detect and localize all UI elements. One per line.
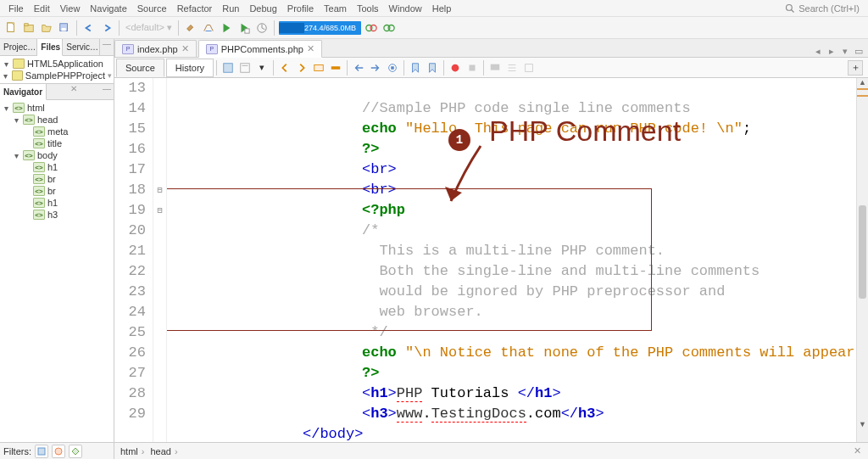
- shift-left-icon[interactable]: [351, 60, 366, 76]
- svg-point-12: [388, 25, 394, 31]
- editor-add-button[interactable]: ＋: [848, 60, 863, 76]
- find-prev-icon[interactable]: [277, 60, 292, 76]
- menu-debug[interactable]: Debug: [244, 2, 281, 15]
- tab-navigator[interactable]: Navigator: [0, 84, 47, 100]
- break-record-icon[interactable]: [448, 60, 463, 76]
- filter-btn-2[interactable]: [52, 445, 65, 458]
- fold-toggle-icon[interactable]: ⊟: [153, 180, 166, 200]
- navigator-close[interactable]: ✕: [68, 84, 80, 99]
- line-number-gutter: 131415 161718 192021 222324 252627 2829: [114, 78, 153, 442]
- toolbar-icon[interactable]: ▾: [254, 60, 270, 76]
- menu-source[interactable]: Source: [132, 2, 172, 15]
- nav-head[interactable]: head: [0, 114, 114, 126]
- debug-button[interactable]: [236, 20, 252, 36]
- menu-team[interactable]: Team: [319, 2, 352, 15]
- nav-h3[interactable]: h3: [0, 209, 114, 221]
- view-source-button[interactable]: Source: [116, 59, 164, 77]
- gc-button[interactable]: [364, 20, 379, 36]
- nav-meta[interactable]: meta: [0, 126, 114, 137]
- new-file-button[interactable]: [3, 20, 19, 36]
- nav-br-a[interactable]: br: [0, 173, 114, 185]
- format-icon[interactable]: [521, 60, 537, 76]
- redo-button[interactable]: [99, 20, 114, 36]
- nav-h1-a[interactable]: h1: [0, 161, 114, 173]
- menu-file[interactable]: File: [3, 2, 29, 15]
- memory-indicator[interactable]: 274.4/685.0MB: [279, 21, 361, 35]
- menu-window[interactable]: Window: [384, 2, 427, 15]
- breadcrumb-close[interactable]: ✕: [854, 445, 865, 456]
- shift-right-icon[interactable]: [368, 60, 383, 76]
- tag-icon: [33, 198, 45, 208]
- filter-btn-1[interactable]: [35, 445, 48, 458]
- project-samplephpproject[interactable]: SamplePHPProject ▾: [0, 70, 114, 81]
- project-html5application[interactable]: HTML5Application: [0, 58, 114, 70]
- menu-tools[interactable]: Tools: [352, 2, 384, 15]
- svg-point-22: [452, 64, 459, 71]
- tab-maximize-icon[interactable]: ▭: [853, 46, 865, 57]
- menu-search[interactable]: Search (Ctrl+I): [785, 3, 865, 14]
- menu-run[interactable]: Run: [217, 2, 244, 15]
- uncomment-icon[interactable]: [504, 60, 520, 76]
- menu-profile[interactable]: Profile: [282, 2, 319, 15]
- editor-tab-phpcomments[interactable]: P PHPComments.php ✕: [198, 40, 322, 58]
- menu-navigate[interactable]: Navigate: [85, 2, 131, 15]
- new-project-button[interactable]: [21, 20, 36, 36]
- bookmark-prev-icon[interactable]: [408, 60, 423, 76]
- nav-body[interactable]: body: [0, 149, 114, 161]
- left-panel-minimize[interactable]: —: [100, 39, 114, 55]
- tab-services[interactable]: Servic…: [63, 39, 100, 55]
- toolbar-icon[interactable]: [237, 60, 253, 76]
- scroll-up-icon[interactable]: ▲: [857, 78, 868, 87]
- scroll-thumb[interactable]: [859, 205, 866, 299]
- code-text[interactable]: //Sample PHP code single line comments e…: [167, 78, 856, 442]
- menu-refactor[interactable]: Refactor: [172, 2, 218, 15]
- find-next-icon[interactable]: [294, 60, 309, 76]
- menu-help[interactable]: Help: [427, 2, 457, 15]
- break-stop-icon[interactable]: [465, 60, 480, 76]
- left-panel-tabs: Projec… Files Servic… —: [0, 39, 114, 56]
- build-button[interactable]: [183, 20, 198, 36]
- macro-start-icon[interactable]: [385, 60, 400, 76]
- tab-projects[interactable]: Projec…: [0, 39, 37, 55]
- inspect-button[interactable]: [381, 20, 397, 36]
- svg-rect-16: [241, 63, 250, 72]
- breadcrumb-html[interactable]: html: [118, 446, 138, 456]
- bookmark-next-icon[interactable]: [425, 60, 440, 76]
- filter-btn-3[interactable]: [69, 445, 82, 458]
- open-button[interactable]: [39, 20, 54, 36]
- view-history-button[interactable]: History: [166, 59, 214, 77]
- menu-view[interactable]: View: [55, 2, 86, 15]
- scroll-down-icon[interactable]: ▼: [857, 420, 868, 428]
- tab-files[interactable]: Files: [37, 39, 63, 56]
- svg-rect-18: [314, 64, 324, 70]
- svg-rect-7: [245, 28, 249, 32]
- tab-list-icon[interactable]: ▾: [839, 46, 851, 57]
- nav-h1-b[interactable]: h1: [0, 197, 114, 209]
- toolbar-icon[interactable]: [220, 60, 236, 76]
- fold-toggle-icon[interactable]: ⊟: [153, 200, 166, 221]
- nav-title[interactable]: title: [0, 137, 114, 149]
- highlight-icon[interactable]: [328, 60, 343, 76]
- tab-scroll-left-icon[interactable]: ◂: [812, 46, 824, 57]
- config-dropdown[interactable]: <default> ▾: [124, 20, 174, 36]
- menu-edit[interactable]: Edit: [29, 2, 55, 15]
- save-all-button[interactable]: [57, 20, 72, 36]
- navigator-minimize[interactable]: —: [100, 84, 114, 99]
- code-area[interactable]: 131415 161718 192021 222324 252627 2829 …: [114, 78, 868, 442]
- nav-html[interactable]: html: [0, 102, 114, 114]
- nav-br-b[interactable]: br: [0, 185, 114, 197]
- editor-tab-index[interactable]: P index.php ✕: [114, 40, 197, 57]
- undo-button[interactable]: [81, 20, 97, 36]
- search-placeholder: Search (Ctrl+I): [798, 3, 860, 14]
- run-button[interactable]: [219, 20, 234, 36]
- comment-icon[interactable]: [487, 60, 503, 76]
- clean-build-button[interactable]: [201, 20, 216, 36]
- vertical-scrollbar[interactable]: ▲ ▼: [856, 78, 868, 442]
- tag-icon: [33, 162, 45, 172]
- close-icon[interactable]: ✕: [307, 43, 314, 54]
- breadcrumb-head[interactable]: head: [147, 446, 170, 456]
- find-selection-icon[interactable]: [311, 60, 326, 76]
- tab-scroll-right-icon[interactable]: ▸: [826, 46, 837, 57]
- profile-button[interactable]: [254, 20, 270, 36]
- close-icon[interactable]: ✕: [181, 43, 189, 54]
